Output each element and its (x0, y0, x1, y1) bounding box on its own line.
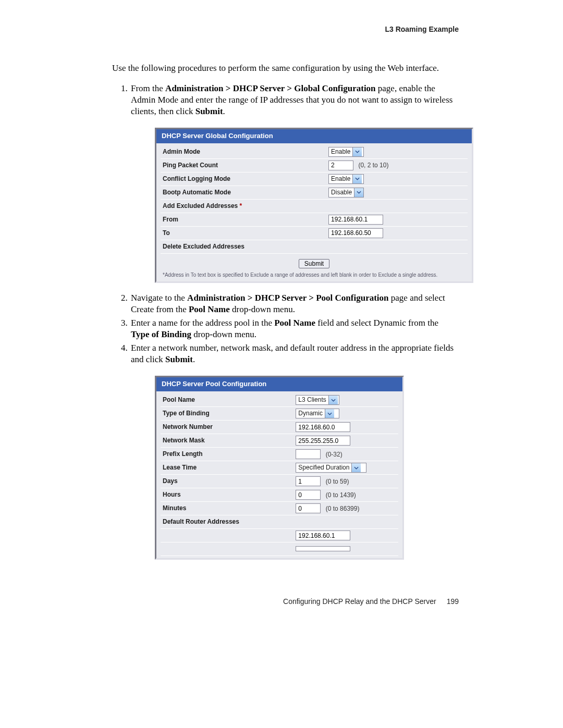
label-from: From (161, 213, 326, 226)
label-days: Days (161, 475, 293, 488)
input-ping-count[interactable] (328, 161, 353, 170)
step-1: From the Administration > DHCP Server > … (130, 83, 459, 283)
input-hours[interactable] (296, 490, 321, 500)
chevron-down-icon (352, 147, 362, 156)
chevron-down-icon (328, 396, 338, 404)
section-title: L3 Roaming Example (385, 25, 459, 33)
select-conflict-mode[interactable]: Enable (328, 174, 364, 184)
select-lease-time[interactable]: Specified Duration (296, 463, 366, 473)
input-to-addr[interactable] (328, 228, 383, 238)
label-lease-time: Lease Time (161, 461, 293, 475)
label-minutes: Minutes (161, 502, 293, 515)
select-binding-type[interactable]: Dynamic (296, 409, 339, 418)
label-delete-excluded: Delete Excluded Addresses (161, 240, 326, 253)
label-admin-mode: Admin Mode (161, 145, 326, 159)
hint-minutes: (0 to 86399) (323, 505, 360, 512)
label-binding-type: Type of Binding (161, 407, 293, 421)
hint-ping: (0, 2 to 10) (355, 162, 388, 169)
step-2: Navigate to the Administration > DHCP Se… (130, 292, 459, 315)
input-router-addr-1[interactable] (296, 530, 350, 540)
hint-days: (0 to 59) (323, 478, 349, 485)
panel-footnote: *Address in To text box is specified to … (161, 270, 468, 278)
input-network-mask[interactable] (296, 436, 350, 446)
config-table: Admin Mode Enable Ping Packet Count (161, 145, 468, 254)
label-hours: Hours (161, 488, 293, 502)
select-admin-mode[interactable]: Enable (328, 147, 364, 157)
input-from-addr[interactable] (328, 215, 383, 225)
label-ping-count: Ping Packet Count (161, 158, 326, 172)
input-network-number[interactable] (296, 422, 350, 432)
label-bootp-mode: Bootp Automatic Mode (161, 186, 326, 199)
step-list: From the Administration > DHCP Server > … (112, 83, 459, 560)
label-default-router: Default Router Addresses (161, 515, 293, 529)
input-prefix-length[interactable] (296, 449, 321, 459)
step-3: Enter a name for the address pool in the… (130, 317, 459, 340)
hint-hours: (0 to 1439) (323, 491, 356, 499)
chevron-down-icon (354, 188, 363, 197)
label-add-excluded: Add Excluded Addresses * (161, 199, 326, 213)
chevron-down-icon (351, 463, 361, 472)
select-bootp-mode[interactable]: Disable (328, 188, 364, 198)
label-conflict-mode: Conflict Logging Mode (161, 172, 326, 186)
panel-dhcp-pool: DHCP Server Pool Configuration Pool Name… (155, 376, 404, 560)
pool-config-table: Pool Name L3 Clients Type of Binding (161, 393, 398, 556)
label-pool-name: Pool Name (161, 393, 293, 407)
label-to: To (161, 226, 326, 240)
input-router-addr-2[interactable] (296, 546, 350, 551)
submit-button[interactable]: Submit (299, 259, 329, 268)
hint-prefix: (0-32) (323, 451, 342, 458)
panel-title: DHCP Server Global Configuration (156, 129, 472, 143)
select-pool-name[interactable]: L3 Clients (296, 395, 339, 405)
label-network-mask: Network Mask (161, 434, 293, 448)
label-prefix-length: Prefix Length (161, 448, 293, 461)
chevron-down-icon (352, 175, 362, 183)
chevron-down-icon (325, 409, 334, 418)
input-days[interactable] (296, 476, 321, 486)
step-4: Enter a network number, network mask, an… (130, 342, 459, 560)
panel-title: DHCP Server Pool Configuration (156, 377, 402, 391)
page-footer: Configuring DHCP Relay and the DHCP Serv… (283, 597, 459, 606)
label-network-number: Network Number (161, 421, 293, 434)
intro-text: Use the following procedures to perform … (112, 63, 459, 74)
input-minutes[interactable] (296, 503, 321, 513)
panel-dhcp-global: DHCP Server Global Configuration Admin M… (155, 128, 473, 283)
